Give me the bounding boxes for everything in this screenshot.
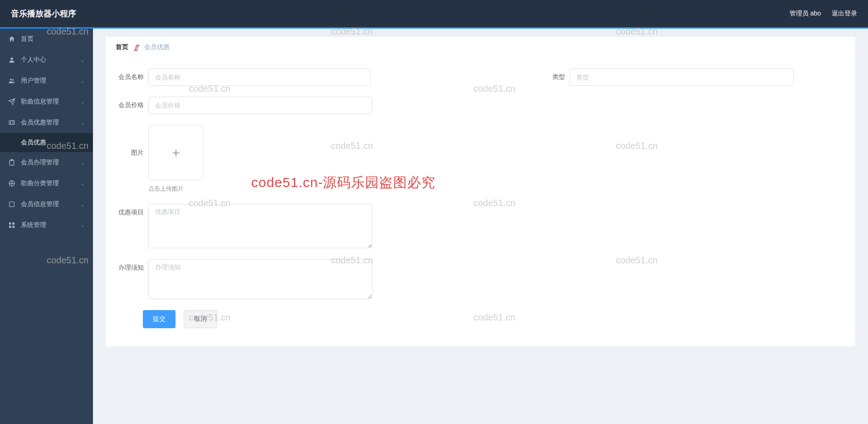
grid-icon <box>8 222 15 229</box>
header-right: 管理员 abo 退出登录 <box>790 10 857 18</box>
upload-image-box[interactable]: ＋ <box>148 125 204 180</box>
sidebar-item-label: 会员优惠管理 <box>21 118 80 127</box>
plane-icon <box>8 98 15 105</box>
chevron-down-icon <box>80 99 85 104</box>
logout-link[interactable]: 退出登录 <box>832 10 857 18</box>
sidebar-item-member-apply[interactable]: 会员办理管理 <box>0 152 93 173</box>
form: 会员名称 类型 会员价格 <box>106 58 855 346</box>
sidebar-item-member-info[interactable]: 会员信息管理 <box>0 194 93 215</box>
chevron-down-icon <box>80 181 85 186</box>
sidebar-item-label: 系统管理 <box>21 221 80 229</box>
textarea-benefit[interactable] <box>148 204 372 248</box>
admin-label[interactable]: 管理员 abo <box>790 10 821 18</box>
label-type: 类型 <box>546 69 565 85</box>
svg-point-2 <box>12 79 14 80</box>
svg-rect-8 <box>9 222 11 225</box>
sidebar-item-system[interactable]: 系统管理 <box>0 215 93 236</box>
input-member-name[interactable] <box>148 69 371 86</box>
sidebar-item-label: 会员信息管理 <box>21 200 80 208</box>
svg-rect-10 <box>9 226 11 228</box>
submit-button[interactable]: 提交 <box>143 310 176 328</box>
sidebar-item-label: 用户管理 <box>21 77 80 85</box>
app-title: 音乐播放器小程序 <box>11 8 76 19</box>
svg-point-0 <box>10 58 13 60</box>
breadcrumb: 首页 ∬ 会员优惠 <box>106 37 855 58</box>
upload-hint: 点击上传图片 <box>148 185 204 193</box>
svg-rect-3 <box>9 121 15 124</box>
chevron-down-icon <box>80 223 85 227</box>
svg-rect-9 <box>12 222 15 225</box>
sidebar-item-label: 歌曲分类管理 <box>21 179 80 187</box>
sidebar-item-label: 首页 <box>21 35 85 43</box>
chevron-up-icon <box>80 120 85 125</box>
sidebar-submenu: 会员优惠 <box>0 133 93 152</box>
label-name: 会员名称 <box>116 69 144 85</box>
sidebar-item-song-info[interactable]: 歌曲信息管理 <box>0 91 93 112</box>
chevron-down-icon <box>80 160 85 165</box>
breadcrumb-separator-icon: ∬ <box>134 44 139 51</box>
svg-rect-7 <box>10 202 15 207</box>
users-icon <box>8 77 15 84</box>
input-price[interactable] <box>148 97 372 114</box>
plus-icon: ＋ <box>170 144 182 161</box>
sidebar-item-member-coupon[interactable]: 会员优惠管理 <box>0 112 93 133</box>
chevron-down-icon <box>80 79 85 83</box>
chevron-down-icon <box>80 202 85 207</box>
label-price: 会员价格 <box>116 97 144 113</box>
sidebar-item-profile[interactable]: 个人中心 <box>0 49 93 70</box>
textarea-notice[interactable] <box>148 259 372 299</box>
home-icon <box>8 35 15 43</box>
info-icon <box>8 201 15 208</box>
form-actions: 提交 取消 <box>116 310 845 328</box>
label-image: 图片 <box>116 125 144 180</box>
svg-rect-11 <box>12 226 15 228</box>
sidebar: 首页 个人中心 用户管理 歌曲信息管理 <box>0 29 93 424</box>
breadcrumb-home[interactable]: 首页 <box>116 43 128 51</box>
main-content: 首页 ∬ 会员优惠 会员名称 类型 <box>93 29 868 424</box>
input-type[interactable] <box>570 69 794 86</box>
label-notice: 办理须知 <box>116 259 144 276</box>
clipboard-icon <box>8 159 15 166</box>
cancel-button[interactable]: 取消 <box>184 310 217 328</box>
category-icon <box>8 180 15 187</box>
svg-point-1 <box>10 79 12 80</box>
sidebar-item-label: 会员办理管理 <box>21 158 80 167</box>
sidebar-item-users[interactable]: 用户管理 <box>0 70 93 91</box>
label-benefit: 优惠项目 <box>116 204 144 220</box>
sidebar-item-label: 歌曲信息管理 <box>21 98 80 106</box>
sidebar-item-label: 个人中心 <box>21 56 80 64</box>
top-header: 音乐播放器小程序 管理员 abo 退出登录 <box>0 0 868 27</box>
chevron-down-icon <box>80 58 85 62</box>
coupon-icon <box>8 119 15 126</box>
sidebar-item-song-category[interactable]: 歌曲分类管理 <box>0 173 93 194</box>
sidebar-item-home[interactable]: 首页 <box>0 29 93 49</box>
sidebar-item-label: 会员优惠 <box>21 138 85 147</box>
breadcrumb-current: 会员优惠 <box>144 43 170 51</box>
user-icon <box>8 56 15 64</box>
sidebar-subitem-member-coupon[interactable]: 会员优惠 <box>21 133 93 152</box>
